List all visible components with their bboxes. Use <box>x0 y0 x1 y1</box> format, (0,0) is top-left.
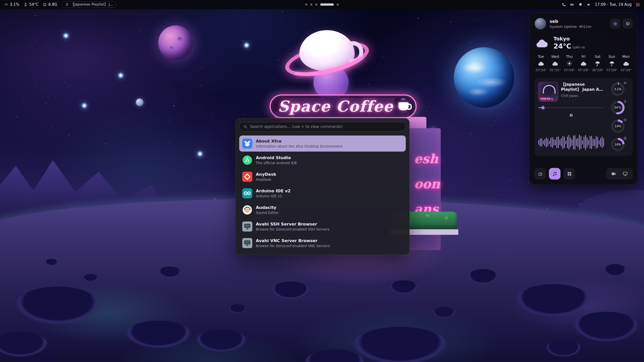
track-title: 【Japanese Playlist】 Japan All Night - To… <box>561 82 604 92</box>
star <box>46 103 46 104</box>
bell-icon[interactable] <box>578 3 583 7</box>
gauge-ring: 14% <box>611 119 625 133</box>
app-name: Avahi VNC Server Browser <box>256 238 330 243</box>
crater <box>158 266 181 278</box>
workspace-4[interactable] <box>320 4 334 6</box>
stat-value: 6.8G <box>48 2 57 7</box>
star <box>233 156 233 156</box>
monitor-button[interactable] <box>620 169 630 178</box>
crater <box>546 339 581 357</box>
star <box>69 177 70 177</box>
forecast-temps: 33°/26° <box>620 68 632 72</box>
workspace-1[interactable] <box>305 4 307 6</box>
video-button[interactable] <box>609 169 619 178</box>
star <box>477 20 477 21</box>
settings-button[interactable] <box>610 19 620 29</box>
username: seb <box>550 19 591 24</box>
pause-icon <box>569 113 574 118</box>
star <box>528 110 528 111</box>
forecast-temps: 33°/24° <box>535 68 547 72</box>
crater <box>352 327 448 362</box>
star <box>445 124 445 124</box>
gauge-thermometer: 54°C <box>610 101 626 114</box>
star <box>470 42 470 43</box>
apps-grid-icon[interactable] <box>636 3 640 7</box>
umbrella-icon <box>609 61 615 66</box>
waveform-bar <box>573 135 574 149</box>
waveform-bar <box>588 140 589 145</box>
app-description: Browse for Zeroconf-enabled VNC Servers <box>256 244 330 248</box>
forecast-day: Mon <box>622 55 630 59</box>
gauge-ring: 54°C <box>611 101 625 114</box>
earth-planet <box>454 47 514 108</box>
system-gauges: 3.1%54°C14%24% <box>607 82 629 152</box>
apps-button[interactable] <box>564 168 575 179</box>
star <box>456 106 457 107</box>
cloud-icon <box>534 37 549 49</box>
app-row-avahi-ssh-server-browser[interactable]: Avahi SSH Server BrowserBrowse for Zeroc… <box>239 218 406 235</box>
search-input[interactable] <box>250 124 402 129</box>
clock[interactable]: 17:09 - Tue, 19 Aug <box>595 2 632 7</box>
gauge-arc <box>611 101 625 114</box>
workspace-2[interactable] <box>310 4 312 6</box>
star <box>170 143 170 143</box>
workspace-3[interactable] <box>315 4 317 6</box>
music-note-button[interactable] <box>549 168 560 179</box>
app-row-audacity[interactable]: AudacitySound Editor <box>239 202 406 218</box>
phone-icon[interactable] <box>562 3 566 7</box>
crater <box>0 332 48 357</box>
window-neon-text: esh <box>414 151 440 166</box>
app-row-arduino-ide-v2[interactable]: Arduino IDE v2Arduino IDE v2 <box>239 185 406 201</box>
app-meta: Avahi VNC Server BrowserBrowse for Zeroc… <box>256 238 330 248</box>
waveform-bar <box>552 137 553 148</box>
avahi-icon <box>242 221 252 232</box>
app-meta: Arduino IDE v2Arduino IDE v2 <box>256 189 291 198</box>
star <box>52 126 53 127</box>
window-neon-text: oon <box>414 176 440 192</box>
waveform-bar <box>576 139 577 146</box>
waveform-bar <box>544 139 545 146</box>
app-row-android-studio[interactable]: Android StudioThe official Android IDE <box>239 152 406 168</box>
gear-icon <box>613 21 618 26</box>
now-playing-pill[interactable]: 【Japanese Playlist】 J... <box>62 1 116 8</box>
star <box>24 27 24 28</box>
crater <box>433 307 455 318</box>
waveform-bar <box>572 139 572 146</box>
app-row-avahi-vnc-server-browser[interactable]: Avahi VNC Server BrowserBrowse for Zeroc… <box>239 235 406 251</box>
waveform-bar <box>559 140 560 145</box>
waveform-bar <box>579 135 580 150</box>
launcher-search-bar[interactable] <box>239 122 406 131</box>
memory-icon <box>43 3 47 7</box>
seek-slider[interactable] <box>538 106 604 109</box>
star <box>173 105 174 106</box>
gauge-ring: 3.1% <box>611 82 625 96</box>
neon-sign: Space Coffee <box>270 95 417 118</box>
pause-button[interactable] <box>567 111 576 119</box>
crater <box>15 287 101 324</box>
forecast-temps: 35°/25° <box>550 68 561 72</box>
small-moon <box>136 99 143 106</box>
music-note-icon <box>65 3 69 6</box>
waveform-bar <box>553 139 554 146</box>
star <box>69 135 69 135</box>
volume-icon[interactable] <box>587 3 591 7</box>
bright-star <box>117 72 125 79</box>
star <box>47 157 47 157</box>
app-row-anydesk[interactable]: AnyDeskAnyDesk <box>239 169 406 185</box>
dashboard-button[interactable] <box>534 168 546 179</box>
star <box>233 54 233 54</box>
power-button[interactable] <box>623 19 633 29</box>
star <box>168 82 169 82</box>
star <box>74 168 74 168</box>
star <box>215 198 215 199</box>
star <box>122 133 122 133</box>
workspace-5[interactable] <box>337 4 339 6</box>
waveform-bar <box>602 137 602 148</box>
android-studio-icon <box>242 155 252 165</box>
star <box>36 145 36 145</box>
seek-knob[interactable] <box>542 106 544 109</box>
battery-icon[interactable] <box>570 3 574 7</box>
star <box>151 173 151 173</box>
star <box>471 134 471 134</box>
app-row-about-xfce[interactable]: About XfceInformation about the Xfce Des… <box>239 135 406 152</box>
